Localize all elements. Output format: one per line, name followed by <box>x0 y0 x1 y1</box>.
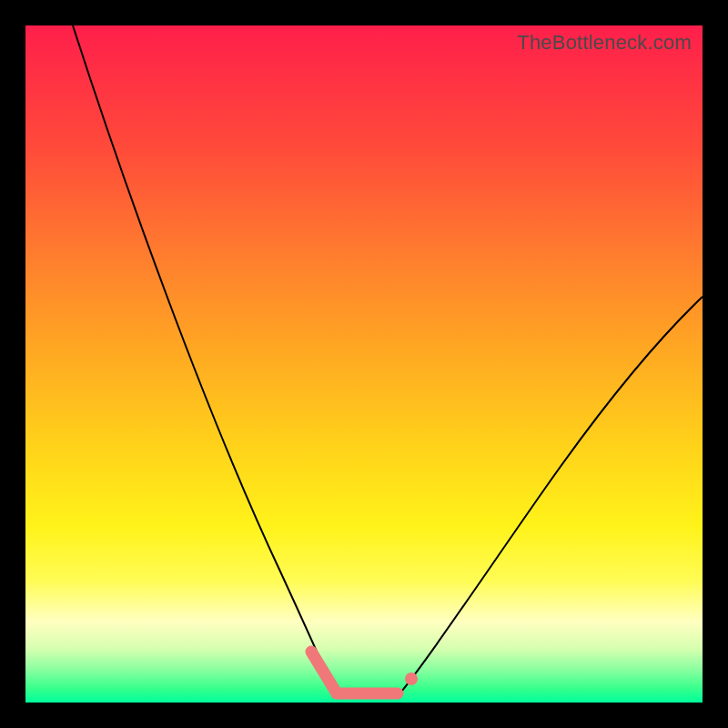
marker-left-slanted <box>311 652 337 693</box>
chart-frame: TheBottleneck.com <box>0 0 728 728</box>
right-curve <box>398 297 703 696</box>
left-curve <box>73 25 337 696</box>
chart-svg <box>25 25 703 703</box>
marker-right-dot <box>405 672 418 685</box>
plot-area: TheBottleneck.com <box>25 25 703 703</box>
